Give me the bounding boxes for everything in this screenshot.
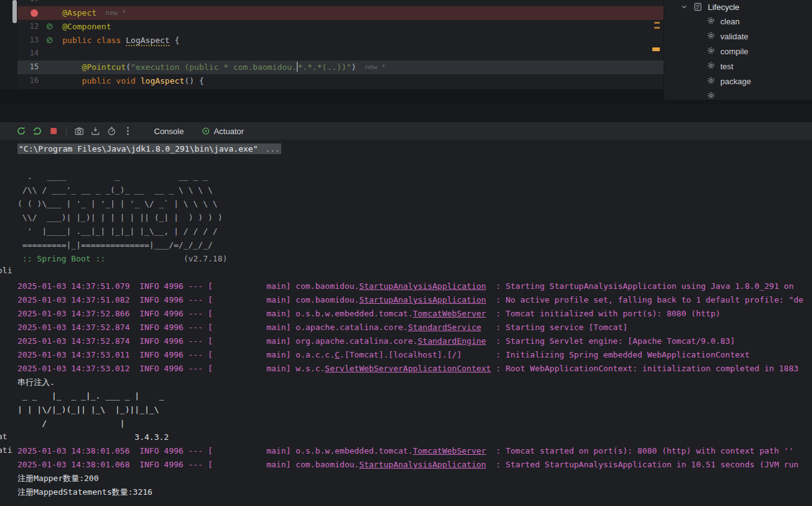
console-line: /\\ / ___'_ __ _ _(_)_ __ __ _ \ \ \ \ — [17, 183, 812, 197]
log-prefix: 2025-01-03 14:37:51.079 INFO 4996 --- [ … — [17, 281, 359, 291]
maven-goal-validate[interactable]: validate — [664, 29, 812, 44]
ide-window: 10@Aspectnew *12@Component13public class… — [0, 0, 812, 506]
maven-goal-label: package — [720, 77, 751, 86]
console-log-line: 2025-01-03 14:37:52.874 INFO 4996 --- [ … — [17, 321, 812, 334]
maven-goal-test[interactable]: test — [664, 59, 812, 74]
line-number[interactable]: 17 — [17, 88, 39, 89]
line-number[interactable]: 16 — [17, 74, 39, 88]
stop-button[interactable] — [49, 126, 59, 136]
clipped-text-fragment: ati — [0, 445, 12, 455]
log-message: : Root WebApplicationContext: initializa… — [491, 364, 798, 373]
error-stripe-mark[interactable] — [652, 47, 660, 51]
maven-lifecycle-node[interactable]: Lifecycle — [664, 0, 812, 14]
actuator-icon — [201, 127, 210, 135]
console-output[interactable]: "C:\Program Files\Java\jdk1.8.0_291\bin\… — [0, 140, 812, 506]
line-number[interactable]: 14 — [17, 47, 39, 61]
editor-line[interactable]: 14 — [17, 47, 664, 61]
log-prefix: 2025-01-03 14:37:53.012 INFO 4996 --- [ … — [17, 364, 325, 373]
code-text: } — [62, 88, 87, 89]
spring-bean-icon[interactable] — [39, 22, 60, 31]
panel-scrollbar-thumb[interactable] — [12, 0, 17, 23]
thread-dump-camera-button[interactable] — [74, 126, 84, 136]
console-line: ( ( )\___ | '_ | '_| | '_ \/ _` | \ \ \ … — [17, 197, 812, 211]
console-line: | | |\/|_)(_|| |_\ |_)||_|_\ — [17, 403, 812, 417]
log-prefix: 2025-01-03 14:37:52.866 INFO 4996 --- [ … — [17, 309, 413, 318]
logger-class-link[interactable]: StartupAnalysisApplication — [359, 460, 486, 469]
breakpoint-icon[interactable] — [31, 9, 38, 17]
logger-class-link[interactable]: StandardService — [408, 323, 481, 332]
chevron-down-icon[interactable] — [680, 3, 688, 11]
console-line: / | — [17, 417, 812, 431]
line-number[interactable]: 10 — [17, 0, 39, 6]
clipped-text-fragment: at — [0, 432, 7, 441]
error-stripe-mark[interactable] — [654, 22, 660, 24]
folded-command-ellipsis[interactable]: ... — [264, 144, 281, 154]
log-message: .[Tomcat].[localhost].[/] : Initializing… — [340, 350, 750, 359]
tab-actuator[interactable]: Actuator — [201, 127, 244, 136]
editor-line[interactable]: 13public class LogAspect { — [17, 34, 664, 47]
console-log-line: 2025-01-03 14:37:53.012 INFO 4996 --- [ … — [17, 362, 812, 376]
stopwatch-button[interactable] — [107, 126, 117, 136]
maven-goal-package[interactable]: package — [664, 74, 812, 89]
line-number[interactable]: 13 — [17, 34, 39, 47]
spring-ascii-banner: /\\ / ___'_ __ _ _(_)_ __ __ _ \ \ \ \ — [17, 185, 213, 195]
line-number[interactable]: 12 — [17, 20, 39, 34]
code-editor[interactable]: 10@Aspectnew *12@Component13public class… — [17, 0, 664, 89]
spring-ascii-banner: ( ( )\___ | '_ | '_| | '_ \/ _` | \ \ \ … — [17, 199, 218, 208]
editor-line[interactable]: @Aspectnew * — [17, 6, 664, 20]
log-message: : Starting Servlet engine: [Apache Tomca… — [486, 336, 735, 346]
maven-goal-icon — [707, 91, 715, 100]
console-line: _ _ |_ _ _|_. ___ _ | _ — [17, 389, 812, 403]
clipped-text-fragment: oli — [0, 266, 12, 275]
maven-goal-icon — [707, 46, 715, 57]
error-stripe-mark[interactable] — [654, 27, 660, 29]
maven-goal-partial[interactable] — [664, 89, 812, 100]
editor-line[interactable]: 16 public void logAspect() { — [17, 74, 664, 88]
mapper-count-text: 注册Mapper数量:200 — [17, 474, 99, 483]
log-message: : Started StartupAnalysisApplication in … — [486, 460, 798, 469]
more-options-button[interactable] — [123, 126, 133, 136]
maven-goal-label: validate — [720, 32, 748, 41]
editor-line[interactable]: 17 } — [17, 88, 664, 89]
logger-class-link[interactable]: TomcatWebServer — [413, 309, 486, 318]
editor-line[interactable]: 10 — [17, 0, 664, 6]
editor-line[interactable]: 12@Component — [17, 20, 664, 34]
vcs-new-inlay-hint: new * — [365, 61, 385, 74]
line-number-slot[interactable] — [17, 9, 39, 17]
console-log-line: 2025-01-03 14:37:51.079 INFO 4996 --- [ … — [17, 280, 812, 293]
run-toolbar: Console Actuator — [0, 122, 812, 140]
logger-class-link[interactable]: StartupAnalysisApplication — [359, 295, 486, 304]
mybatis-ascii-banner: / | — [17, 419, 169, 428]
console-log-line: 2025-01-03 14:37:52.866 INFO 4996 --- [ … — [17, 307, 812, 321]
maven-goal-clean[interactable]: clean — [664, 14, 812, 29]
spring-ascii-banner: \\/ ___)| |_)| | | | | || (_| | ) ) ) ) — [17, 213, 223, 222]
logger-class-link[interactable]: TomcatWebServer — [413, 446, 486, 455]
console-log-line: 2025-01-03 14:37:53.011 INFO 4996 --- [ … — [17, 348, 812, 362]
lifecycle-folder-icon — [693, 2, 703, 12]
console-line: ' |____| .__|_| |_|_| |_\__, | / / / / — [17, 225, 812, 238]
log-prefix: 2025-01-03 14:37:51.082 INFO 4996 --- [ … — [17, 295, 359, 304]
maven-goal-icon — [707, 16, 715, 27]
code-text: @Component — [62, 20, 111, 34]
heap-dump-button[interactable] — [90, 126, 100, 136]
spring-ascii-banner: ' |____| .__|_| |_|_| |_\__, | / / / / — [17, 226, 218, 236]
restart-button[interactable] — [32, 126, 42, 136]
logger-class-link[interactable]: ServletWebServerApplicationContext — [325, 364, 491, 373]
console-text — [17, 158, 22, 167]
spring-bean-icon[interactable] — [39, 36, 60, 44]
run-command-text: "C:\Program Files\Java\jdk1.8.0_291\bin\… — [17, 144, 264, 154]
maven-goal-compile[interactable]: compile — [664, 44, 812, 59]
spring-ascii-banner: =========|_|==============|___/=/_/_/_/ — [17, 240, 213, 250]
console-line: :: Spring Boot :: (v2.7.18) — [17, 252, 812, 266]
editor-line[interactable]: 15 @Pointcut("execution (public * com.ba… — [17, 61, 664, 74]
tab-console[interactable]: Console — [154, 127, 184, 136]
logger-class-link[interactable]: StandardEngine — [418, 336, 486, 346]
maven-goal-list: cleanvalidatecompiletestpackage — [664, 14, 812, 100]
console-text — [105, 254, 183, 263]
logger-class-link[interactable]: C — [335, 350, 340, 359]
logger-class-link[interactable]: StartupAnalysisApplication — [359, 281, 486, 291]
maven-goal-icon — [707, 76, 715, 87]
tab-actuator-label: Actuator — [214, 127, 244, 136]
line-number[interactable]: 15 — [17, 61, 39, 74]
rerun-button[interactable] — [16, 126, 26, 136]
